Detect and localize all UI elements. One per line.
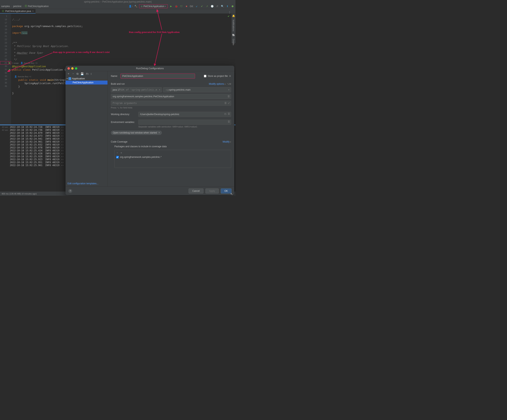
build-icon[interactable]: 🔨 (134, 5, 138, 8)
bell-icon[interactable]: 🔔 (232, 14, 235, 17)
history-icon[interactable]: 🕘 (210, 5, 214, 8)
option-pill-label: Open run/debug tool window when started (113, 131, 157, 134)
breadcrumb-item[interactable]: petclinic (13, 5, 21, 8)
code-text: SpringApplication. (25, 82, 52, 85)
help-button[interactable]: ? (68, 189, 72, 193)
code-kw: public static void (18, 78, 48, 81)
name-input[interactable] (120, 74, 195, 79)
modify-options-link[interactable]: Modify options (209, 83, 225, 85)
time-label: 43 sec (0, 126, 9, 129)
git-update-icon[interactable]: ↙ (195, 5, 198, 8)
git-commit-icon[interactable]: ✔ (200, 5, 204, 8)
list-icon[interactable]: ☰ (228, 113, 230, 115)
rollback-icon[interactable]: ↺ (215, 5, 219, 8)
run-debug-config-dialog: Run/Debug Configurations ＋ － ⧉ 💾 🗀 ↕ ▾ A… (65, 66, 234, 195)
code-method: main (48, 78, 54, 81)
editor-tab[interactable]: Ⓒ PetClinicApplication.java × (0, 9, 35, 14)
dialog-footer: ? Cancel Apply OK (65, 186, 234, 195)
coverage-listbox[interactable]: － ＋ org.springframework.samples.petclini… (114, 150, 231, 168)
folder-icon[interactable]: 🗀 (86, 72, 89, 75)
gear-icon[interactable]: ⚙ (229, 75, 231, 77)
code-fold[interactable]: ... (21, 31, 28, 34)
debug-icon[interactable]: 🐞 (174, 5, 178, 8)
more-icon[interactable]: ⋮ (228, 11, 231, 14)
config-type-application[interactable]: ▾ Application (65, 77, 107, 81)
copy-icon[interactable]: ⧉ (77, 72, 78, 76)
cursor-icon: ↖ (230, 192, 233, 196)
modify-coverage-link[interactable]: Modify (223, 140, 231, 143)
store-checkbox[interactable] (204, 75, 206, 77)
env-vars-input[interactable] (138, 120, 231, 125)
right-toolwindow-strip: 🔔 Notifications 🐘 Gradle (232, 14, 235, 43)
config-tree-toolbar: ＋ － ⧉ 💾 🗀 ↕ (65, 71, 107, 76)
run-gutter-icon[interactable]: ▶ (9, 61, 11, 64)
config-form: Name: Store as project file ⚙ Build and … (108, 71, 234, 186)
application-icon (69, 77, 71, 80)
remove-option-icon[interactable]: × (159, 131, 160, 134)
config-item-petclinic[interactable]: PetClinicApplication (65, 81, 107, 84)
code-comment: */ (12, 58, 17, 61)
coverage-item-checkbox[interactable] (116, 156, 119, 158)
list-icon[interactable]: ☰ (228, 120, 230, 123)
code-fold[interactable]: /.../ (12, 18, 20, 21)
store-as-project-file[interactable]: Store as project file ⚙ (204, 75, 231, 77)
program-args-input[interactable]: Program arguments ☰ ⤢ (111, 101, 231, 106)
working-dir-input[interactable] (138, 112, 231, 117)
ok-button[interactable]: OK (221, 188, 232, 193)
add-icon[interactable]: ＋ (120, 151, 122, 154)
git-label: Git: (190, 5, 193, 8)
close-icon[interactable]: × (32, 10, 34, 13)
list-icon[interactable]: ☰ (228, 95, 230, 98)
notifications-tab[interactable]: Notifications (232, 20, 235, 31)
code-comment: * PetClinic Spring Boot Application. (12, 45, 69, 48)
code-comment: * (12, 51, 17, 54)
config-item-label: PetClinicApplication (73, 81, 93, 84)
gutter: 1161718192021222324252627282930313233343… (0, 14, 9, 124)
option-pill[interactable]: Open run/debug tool window when started … (111, 131, 162, 135)
search-icon[interactable]: 🔍 (220, 5, 224, 8)
ide-logo-icon[interactable]: ⬣ (231, 5, 234, 8)
memory-indicator[interactable]: 469 ms (139.46 MB) (4 minutes ago) (0, 192, 67, 196)
save-icon[interactable]: 💾 (80, 72, 84, 75)
code-comment: * (12, 55, 15, 58)
breadcrumb-item[interactable]: PetClinicApplication (28, 5, 49, 8)
code-kw: import (12, 31, 21, 34)
annotation-text: Run config generated for PetClinicApplic… (129, 31, 180, 34)
usages-hint[interactable]: 1 usage (12, 62, 21, 64)
run-gutter-icon[interactable]: ▶ (9, 68, 11, 71)
gradle-tab[interactable]: Gradle (232, 39, 235, 45)
folder-icon[interactable]: 🗀 (224, 113, 227, 115)
main-class-input[interactable]: org.springframework.samples.petclinic.Pe… (111, 94, 231, 99)
config-tree[interactable]: ▾ Application PetClinicApplication (65, 76, 107, 181)
editor-tabs: Ⓒ PetClinicApplication.java × (0, 9, 235, 14)
list-icon[interactable]: ☰ (225, 102, 227, 104)
expand-icon[interactable]: ⤢ (228, 102, 230, 104)
coverage-icon[interactable]: 🛡 (180, 5, 183, 8)
remove-icon[interactable]: － (72, 72, 75, 76)
breadcrumb-item[interactable]: samples (1, 5, 10, 8)
git-push-icon[interactable]: ↗ (205, 5, 209, 8)
breadcrumb[interactable]: samples › petclinic › Ⓒ PetClinicApplica… (1, 5, 49, 8)
cancel-button[interactable]: Cancel (189, 188, 203, 193)
code-class-name: PetClinicApplication (32, 68, 64, 71)
add-user-icon[interactable]: 👤+ (129, 5, 133, 8)
jre-selector[interactable]: java 17 SDK of 'spring-petclinic.m▾ (111, 87, 162, 92)
expand-icon[interactable]: ↕ (91, 72, 92, 75)
env-vars-label: Environment variables: (111, 121, 138, 124)
ide-update-icon[interactable]: ⬆ (226, 5, 229, 8)
run-icon[interactable]: ▶ (169, 5, 173, 8)
breadcrumb-sep: › (11, 5, 12, 8)
dialog-titlebar[interactable]: Run/Debug Configurations (65, 66, 234, 71)
apply-button[interactable]: Apply (205, 188, 219, 193)
stop-icon[interactable]: ■ (185, 5, 188, 8)
author-hint[interactable]: Antoine Rey +3 (24, 62, 37, 64)
author-hint[interactable]: Antoine Rey +1 (17, 75, 31, 78)
edit-templates-link[interactable]: Edit configuration templates... (65, 181, 107, 186)
gradle-icon[interactable]: 🐘 (232, 34, 235, 36)
remove-icon[interactable]: － (116, 151, 119, 154)
classpath-selector[interactable]: -cp spring-petclinic.main▾ (163, 87, 231, 92)
run-config-selector[interactable]: ◎ PetClinicApplication ▾ (139, 4, 168, 8)
config-type-label: Application (72, 77, 85, 80)
inspection-ok-icon[interactable]: ✔ (228, 15, 230, 18)
add-icon[interactable]: ＋ (67, 72, 70, 76)
